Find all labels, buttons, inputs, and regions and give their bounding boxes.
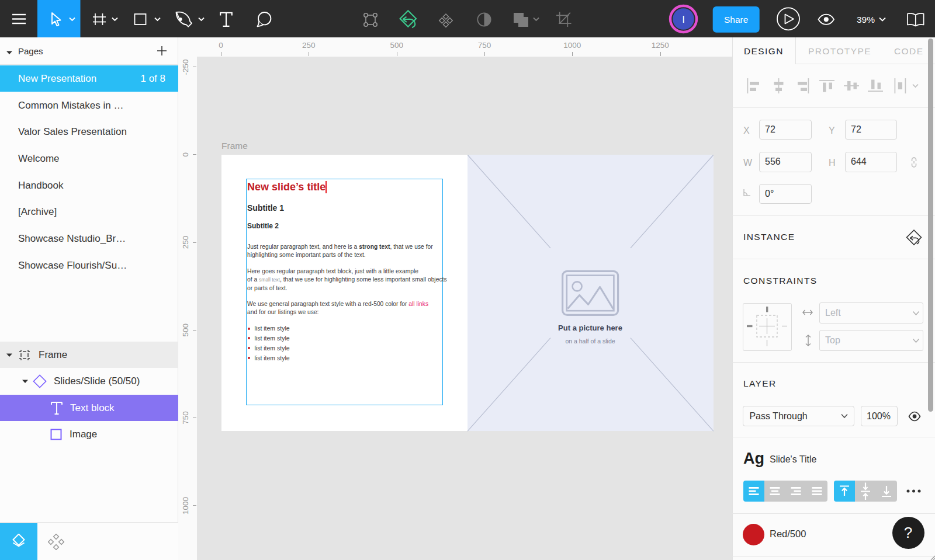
- svg-text:1000: 1000: [563, 41, 581, 50]
- svg-text:500: 500: [390, 41, 403, 50]
- svg-text:0: 0: [219, 41, 223, 50]
- svg-text:1250: 1250: [652, 41, 669, 50]
- svg-text:1000: 1000: [181, 497, 190, 514]
- svg-text:Share: Share: [724, 15, 748, 25]
- svg-text:250: 250: [181, 236, 190, 249]
- svg-text:I: I: [682, 14, 685, 25]
- svg-text:0: 0: [181, 152, 190, 157]
- svg-text:500: 500: [181, 324, 190, 337]
- svg-text:750: 750: [478, 41, 491, 50]
- svg-text:750: 750: [181, 411, 190, 425]
- svg-text:250: 250: [302, 41, 316, 50]
- svg-text:-250: -250: [181, 59, 190, 75]
- svg-text:39%: 39%: [857, 15, 875, 25]
